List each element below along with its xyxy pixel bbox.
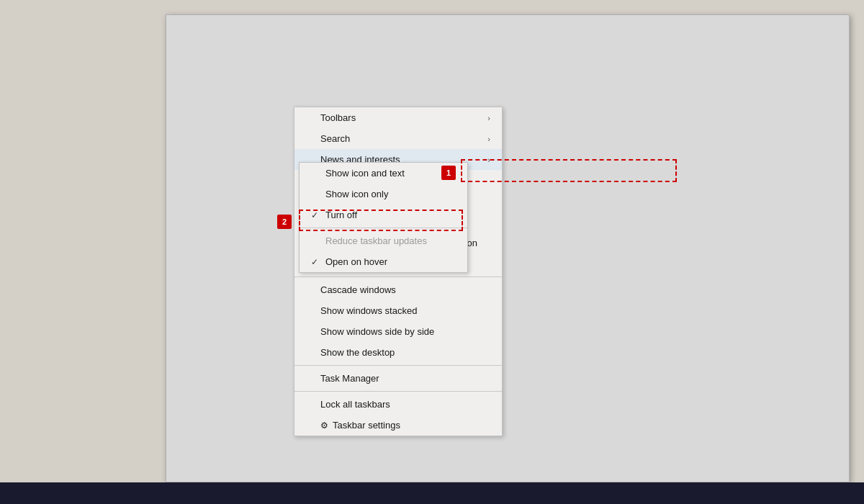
arrow-icon: › (487, 156, 490, 164)
menu-item-search-label: Search (320, 133, 487, 144)
menu-item-search[interactable]: Search › (294, 128, 502, 149)
taskbar (0, 482, 864, 504)
menu-item-task-manager[interactable]: Task Manager (294, 368, 502, 389)
menu-item-cascade[interactable]: Cascade windows (294, 279, 502, 300)
menu-item-taskbar-settings[interactable]: ⚙ Taskbar settings (294, 415, 502, 436)
checkmark-icon: ✓ (311, 257, 323, 267)
arrow-icon: › (487, 135, 490, 143)
menu-sub-hover-label: Open on hover (325, 256, 456, 267)
menu-item-toolbars-label: Toolbars (320, 112, 487, 123)
divider-2 (294, 365, 502, 366)
menu-item-sbs-label: Show windows side by side (320, 326, 490, 337)
menu-sub-turn-off-label: Turn off (325, 210, 456, 220)
divider-1 (294, 276, 502, 277)
menu-sub-icon-text-label: Show icon and text (325, 168, 456, 179)
badge-1: 1 (441, 166, 456, 180)
divider-3 (294, 391, 502, 392)
badge-2: 2 (277, 215, 292, 229)
menu-item-lock-label: Lock all taskbars (320, 399, 490, 410)
menu-item-lock-taskbars[interactable]: Lock all taskbars (294, 394, 502, 415)
desktop-window (166, 14, 850, 482)
menu-sub-open-hover[interactable]: ✓ Open on hover (300, 251, 467, 272)
menu-sub-reduce-updates: Reduce taskbar updates (300, 230, 467, 251)
menu-sub-turn-off[interactable]: ✓ Turn off (300, 204, 467, 225)
menu-item-stacked-label: Show windows stacked (320, 305, 490, 316)
menu-item-stacked[interactable]: Show windows stacked (294, 300, 502, 321)
menu-sub-icon-only-label: Show icon only (325, 189, 456, 199)
menu-item-cascade-label: Cascade windows (320, 284, 490, 295)
menu-sub-show-icon-only[interactable]: Show icon only (300, 184, 467, 204)
menu-item-show-desktop[interactable]: Show the desktop (294, 342, 502, 363)
menu-sub-reduce-label: Reduce taskbar updates (325, 235, 456, 246)
menu-item-toolbars[interactable]: Toolbars › (294, 107, 502, 128)
menu-item-side-by-side[interactable]: Show windows side by side (294, 321, 502, 342)
sub-divider-1 (300, 228, 467, 228)
arrow-icon: › (487, 114, 490, 122)
gear-icon: ⚙ (320, 420, 328, 431)
menu-item-desktop-label: Show the desktop (320, 347, 490, 358)
menu-item-taskmgr-label: Task Manager (320, 373, 490, 384)
menu-item-settings-label: Taskbar settings (333, 420, 490, 431)
checkmark-icon: ✓ (311, 210, 323, 220)
